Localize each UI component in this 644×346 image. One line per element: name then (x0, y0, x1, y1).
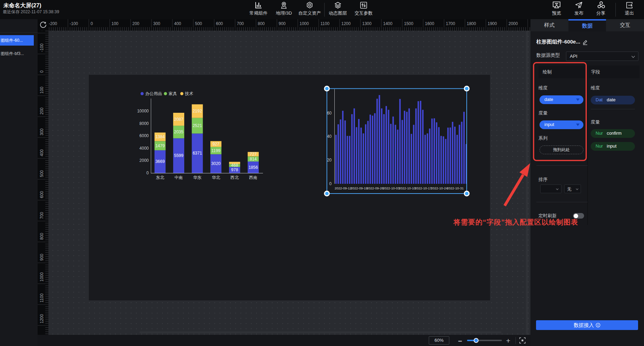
svg-text:-100: -100 (39, 44, 44, 52)
svg-text:500: 500 (39, 170, 44, 177)
svg-text:1000: 1000 (39, 272, 44, 282)
svg-text:1400: 1400 (383, 21, 393, 26)
svg-text:300: 300 (153, 21, 160, 26)
svg-text:1700: 1700 (446, 21, 455, 26)
svg-text:-100: -100 (70, 21, 78, 26)
svg-text:500: 500 (195, 21, 202, 26)
svg-text:0: 0 (39, 70, 44, 73)
svg-text:-200: -200 (39, 31, 44, 31)
svg-text:1600: 1600 (425, 21, 434, 26)
svg-text:1200: 1200 (341, 21, 351, 26)
svg-text:1000: 1000 (300, 21, 309, 26)
svg-text:200: 200 (132, 21, 139, 26)
svg-text:400: 400 (174, 21, 181, 26)
svg-text:600: 600 (39, 191, 44, 198)
svg-text:1800: 1800 (467, 21, 476, 26)
svg-text:600: 600 (216, 21, 223, 26)
svg-text:200: 200 (39, 108, 44, 115)
svg-text:-200: -200 (49, 21, 57, 26)
svg-text:300: 300 (39, 128, 44, 135)
svg-text:800: 800 (258, 21, 265, 26)
svg-text:900: 900 (279, 21, 286, 26)
svg-text:1500: 1500 (404, 21, 413, 26)
svg-text:900: 900 (39, 254, 44, 261)
svg-text:1300: 1300 (362, 21, 372, 26)
svg-text:100: 100 (39, 87, 44, 94)
svg-text:1100: 1100 (39, 293, 44, 302)
svg-text:700: 700 (237, 21, 244, 26)
svg-text:800: 800 (39, 233, 44, 240)
svg-text:400: 400 (39, 149, 44, 156)
svg-text:700: 700 (39, 212, 44, 219)
svg-text:1900: 1900 (488, 21, 497, 26)
svg-text:2000: 2000 (509, 21, 518, 26)
svg-text:1100: 1100 (320, 21, 329, 26)
svg-text:100: 100 (111, 21, 118, 26)
svg-text:1200: 1200 (39, 314, 44, 323)
svg-text:0: 0 (91, 21, 93, 26)
